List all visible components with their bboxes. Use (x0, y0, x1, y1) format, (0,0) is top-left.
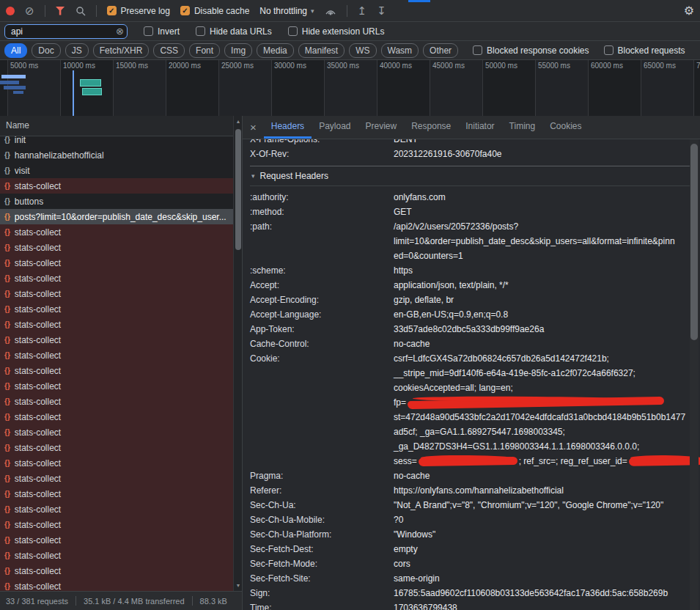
request-headers-section-header[interactable]: ▾ Request Headers (250, 166, 690, 186)
filter-button[interactable] (56, 7, 65, 15)
timeline-gridline (113, 60, 114, 116)
name-column-header[interactable]: Name (0, 116, 233, 136)
request-row[interactable]: {}stats-collect (0, 301, 233, 317)
request-row[interactable]: {}stats-collect (0, 425, 233, 440)
type-filter-wasm[interactable]: Wasm (381, 43, 419, 58)
request-row[interactable]: {}stats-collect (0, 271, 233, 286)
section-title: Request Headers (260, 171, 328, 181)
waterfall-overview[interactable]: 5000 ms10000 ms15000 ms20000 ms25000 ms3… (0, 60, 700, 117)
timeline-gridline (271, 60, 272, 116)
close-icon[interactable]: × (243, 121, 264, 133)
hide-extension-urls-toggle[interactable]: Hide extension URLs (288, 26, 385, 37)
type-filter-css[interactable]: CSS (153, 43, 185, 58)
hide-data-urls-checkbox[interactable] (196, 26, 205, 36)
header-row: Accept-Encoding:gzip, deflate, br (250, 293, 690, 307)
hide-extension-urls-checkbox[interactable] (288, 26, 298, 36)
invert-checkbox[interactable] (144, 26, 153, 36)
value-text: sess= (394, 456, 417, 466)
export-har-icon[interactable]: ↧ (377, 5, 386, 16)
request-row[interactable]: {}stats-collect (0, 348, 233, 363)
header-value-line: sess=; ref_src=; reg_ref_user_id= (394, 454, 700, 468)
request-name: stats-collect (15, 397, 229, 407)
filter-blocked-response-cookies-toggle[interactable]: Blocked response cookies (473, 45, 589, 56)
throttling-select[interactable]: No throttling ▾ (259, 6, 314, 16)
import-har-icon[interactable]: ↥ (358, 5, 367, 16)
request-row[interactable]: {}stats-collect (0, 378, 233, 394)
disable-cache-toggle[interactable]: Disable cache (180, 6, 249, 16)
preserve-log-checkbox[interactable] (107, 6, 117, 15)
scrollbar-thumb[interactable] (235, 129, 241, 250)
script-icon: {} (4, 290, 10, 298)
header-value-line: /api2/v2/users/20572336/posts? (394, 219, 690, 234)
tab-payload[interactable]: Payload (312, 116, 358, 139)
request-row[interactable]: {}stats-collect (0, 363, 233, 378)
timeline-tick-label: 30000 ms (274, 62, 306, 70)
request-row[interactable]: {}posts?limit=10&order=publish_date_desc… (0, 209, 233, 224)
settings-gear-icon[interactable]: ⚙ (684, 5, 694, 17)
request-row[interactable]: {}stats-collect (0, 471, 233, 486)
value-text: st=472d48a90d5433bfc2a2d17042e4dfdcafd31… (394, 412, 685, 422)
header-row: Time:1703636799438 (250, 600, 690, 610)
request-row[interactable]: {}stats-collect (0, 486, 233, 501)
request-name: stats-collect (15, 181, 229, 191)
blocked-response-cookies-checkbox[interactable] (473, 45, 482, 55)
type-filter-font[interactable]: Font (189, 43, 220, 58)
details-scrollbar[interactable] (690, 139, 699, 610)
tab-cookies[interactable]: Cookies (542, 116, 589, 139)
type-filter-other[interactable]: Other (423, 43, 458, 58)
request-row[interactable]: {}stats-collect (0, 563, 233, 578)
detail-tabs: HeadersPayloadPreviewResponseInitiatorTi… (264, 116, 589, 139)
request-row[interactable]: {}stats-collect (0, 394, 233, 409)
tab-headers[interactable]: Headers (264, 116, 312, 139)
request-row[interactable]: {}stats-collect (0, 240, 233, 255)
type-filter-img[interactable]: Img (224, 43, 252, 58)
request-row[interactable]: {}stats-collect (0, 440, 233, 455)
type-filter-ws[interactable]: WS (349, 43, 376, 58)
disable-cache-checkbox[interactable] (180, 6, 190, 15)
request-row[interactable]: {}init (0, 136, 233, 147)
request-row[interactable]: {}stats-collect (0, 532, 233, 548)
request-row[interactable]: {}stats-collect (0, 255, 233, 271)
timeline-tick-label: 60000 ms (591, 62, 623, 70)
header-value: 33d57ade8c02dbc5a333db99ff9ae26a (394, 322, 690, 337)
clear-filter-icon[interactable]: ⊗ (116, 26, 124, 37)
request-list-scrollbar[interactable]: ▲ ▼ (233, 116, 242, 591)
hide-data-urls-toggle[interactable]: Hide data URLs (196, 26, 272, 37)
type-filter-all[interactable]: All (4, 43, 27, 58)
request-row[interactable]: {}hannahelizabethofficial (0, 147, 233, 163)
preserve-log-toggle[interactable]: Preserve log (107, 6, 170, 16)
request-row[interactable]: {}stats-collect (0, 286, 233, 301)
type-filter-fetch-xhr[interactable]: Fetch/XHR (93, 43, 150, 58)
request-row[interactable]: {}buttons (0, 194, 233, 209)
header-value: ?0 (394, 512, 690, 527)
tab-timing[interactable]: Timing (502, 116, 543, 139)
request-row[interactable]: {}stats-collect (0, 501, 233, 517)
request-row[interactable]: {}stats-collect (0, 409, 233, 425)
filter-input[interactable] (4, 24, 128, 39)
script-icon: {} (4, 459, 10, 467)
tab-response[interactable]: Response (404, 116, 458, 139)
scrollbar-thumb[interactable] (690, 144, 698, 340)
request-row[interactable]: {}stats-collect (0, 517, 233, 532)
network-conditions-button[interactable] (325, 7, 336, 15)
request-row[interactable]: {}stats-collect (0, 455, 233, 471)
type-filter-media[interactable]: Media (257, 43, 294, 58)
request-row[interactable]: {}stats-collect (0, 224, 233, 240)
request-row[interactable]: {}stats-collect (0, 578, 233, 591)
invert-toggle[interactable]: Invert (144, 26, 180, 37)
filter-blocked-requests-toggle[interactable]: Blocked requests (604, 45, 685, 56)
request-row[interactable]: {}stats-collect (0, 548, 233, 563)
tab-preview[interactable]: Preview (358, 116, 405, 139)
request-row[interactable]: {}stats-collect (0, 178, 233, 194)
type-filter-doc[interactable]: Doc (32, 43, 60, 58)
type-filter-manifest[interactable]: Manifest (298, 43, 345, 58)
search-button[interactable] (75, 6, 86, 16)
tab-initiator[interactable]: Initiator (458, 116, 501, 139)
blocked-requests-checkbox[interactable] (604, 45, 614, 55)
record-button[interactable] (6, 7, 15, 15)
type-filter-js[interactable]: JS (65, 43, 89, 58)
request-row[interactable]: {}stats-collect (0, 332, 233, 348)
request-row[interactable]: {}visit (0, 163, 233, 178)
request-row[interactable]: {}stats-collect (0, 317, 233, 332)
clear-button[interactable]: ⊘ (25, 5, 34, 16)
